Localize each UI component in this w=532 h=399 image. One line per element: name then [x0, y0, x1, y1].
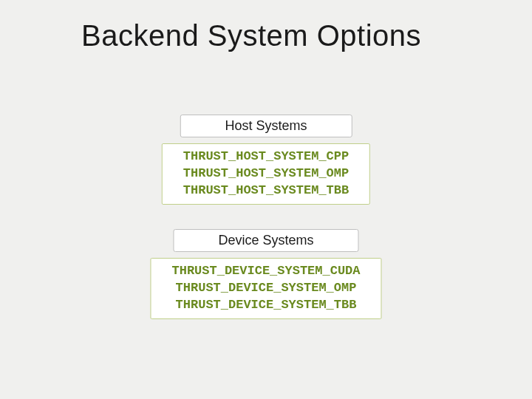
device-option-omp: THRUST_DEVICE_SYSTEM_OMP [171, 280, 360, 297]
device-option-tbb: THRUST_DEVICE_SYSTEM_TBB [171, 297, 360, 314]
device-systems-group: Device Systems THRUST_DEVICE_SYSTEM_CUDA… [150, 229, 381, 319]
slide-title: Backend System Options [81, 19, 421, 52]
host-option-cpp: THRUST_HOST_SYSTEM_CPP [183, 149, 349, 166]
device-option-cuda: THRUST_DEVICE_SYSTEM_CUDA [171, 263, 360, 280]
host-systems-group: Host Systems THRUST_HOST_SYSTEM_CPP THRU… [162, 115, 370, 205]
host-systems-options: THRUST_HOST_SYSTEM_CPP THRUST_HOST_SYSTE… [162, 143, 370, 205]
device-systems-label: Device Systems [173, 229, 358, 252]
host-systems-label: Host Systems [180, 115, 352, 137]
slide: Backend System Options Host Systems THRU… [0, 0, 532, 399]
host-option-tbb: THRUST_HOST_SYSTEM_TBB [183, 183, 349, 200]
host-option-omp: THRUST_HOST_SYSTEM_OMP [183, 166, 349, 183]
device-systems-options: THRUST_DEVICE_SYSTEM_CUDA THRUST_DEVICE_… [150, 258, 381, 319]
